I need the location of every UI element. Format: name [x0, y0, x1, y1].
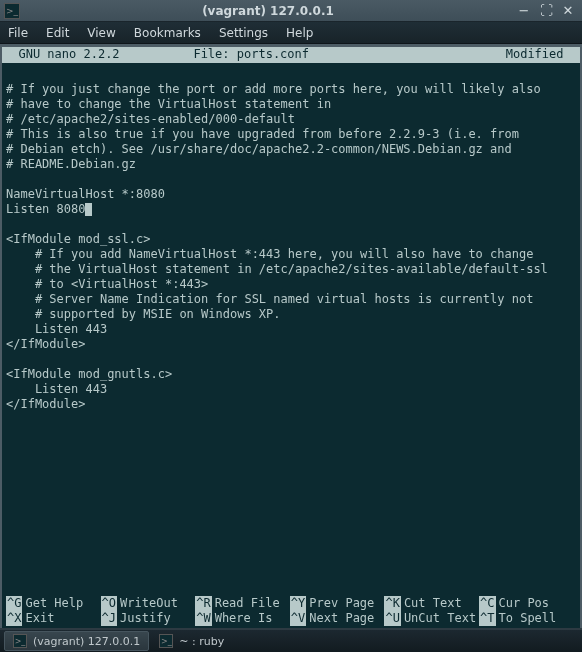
shortcut-label: Get Help [25, 596, 83, 611]
text-cursor [85, 203, 92, 216]
terminal-frame: GNU nano 2.2.2 File: ports.conf Modified… [0, 44, 582, 628]
shortcut-label: Justify [120, 611, 171, 626]
nano-version: GNU nano 2.2.2 [4, 47, 193, 63]
shortcut-item: ^OWriteOut [101, 596, 196, 611]
shortcut-label: UnCut Text [404, 611, 476, 626]
editor-area[interactable]: # If you just change the port or add mor… [2, 63, 580, 596]
menu-help[interactable]: Help [286, 26, 313, 40]
nano-shortcuts: ^GGet Help^OWriteOut^RRead File^YPrev Pa… [2, 596, 580, 628]
shortcut-label: Where Is [215, 611, 273, 626]
window-controls: − ⛶ ✕ [516, 3, 576, 19]
shortcut-key: ^V [290, 611, 306, 626]
shortcut-label: Prev Page [309, 596, 374, 611]
shortcut-item: ^RRead File [195, 596, 290, 611]
taskbar-label: ~ : ruby [179, 635, 224, 648]
shortcut-label: Cut Text [404, 596, 462, 611]
shortcut-key: ^K [384, 596, 400, 611]
shortcut-item: ^JJustify [101, 611, 196, 626]
maximize-button[interactable]: ⛶ [538, 3, 554, 19]
nano-status: Modified [389, 47, 578, 63]
shortcut-key: ^O [101, 596, 117, 611]
shortcut-key: ^Y [290, 596, 306, 611]
shortcut-item: ^TTo Spell [479, 611, 574, 626]
shortcut-label: Next Page [309, 611, 374, 626]
shortcut-key: ^G [6, 596, 22, 611]
taskbar-label: (vagrant) 127.0.0.1 [33, 635, 140, 648]
shortcut-key: ^T [479, 611, 495, 626]
terminal-icon: >_ [159, 634, 173, 648]
shortcut-label: To Spell [499, 611, 557, 626]
menu-bookmarks[interactable]: Bookmarks [134, 26, 201, 40]
shortcut-label: Read File [215, 596, 280, 611]
nano-filename: File: ports.conf [193, 47, 388, 63]
shortcut-item: ^UUnCut Text [384, 611, 479, 626]
minimize-button[interactable]: − [516, 3, 532, 19]
menu-view[interactable]: View [87, 26, 115, 40]
shortcut-item: ^CCur Pos [479, 596, 574, 611]
window-titlebar: >_ (vagrant) 127.0.0.1 − ⛶ ✕ [0, 0, 582, 22]
shortcut-item: ^YPrev Page [290, 596, 385, 611]
shortcut-item: ^WWhere Is [195, 611, 290, 626]
menu-bar: File Edit View Bookmarks Settings Help [0, 22, 582, 44]
shortcut-item: ^XExit [6, 611, 101, 626]
terminal-icon: >_ [13, 634, 27, 648]
taskbar-item[interactable]: >_(vagrant) 127.0.0.1 [4, 631, 149, 651]
shortcut-item: ^KCut Text [384, 596, 479, 611]
shortcut-key: ^U [384, 611, 400, 626]
taskbar-item[interactable]: >_~ : ruby [151, 631, 232, 651]
shortcut-key: ^X [6, 611, 22, 626]
taskbar: >_(vagrant) 127.0.0.1>_~ : ruby [0, 628, 582, 652]
shortcut-label: Exit [25, 611, 54, 626]
shortcut-key: ^R [195, 596, 211, 611]
shortcut-item: ^GGet Help [6, 596, 101, 611]
shortcut-key: ^J [101, 611, 117, 626]
app-icon: >_ [4, 3, 20, 19]
window-title: (vagrant) 127.0.0.1 [20, 4, 516, 18]
shortcut-label: WriteOut [120, 596, 178, 611]
shortcut-key: ^C [479, 596, 495, 611]
shortcut-item: ^VNext Page [290, 611, 385, 626]
menu-file[interactable]: File [8, 26, 28, 40]
nano-header: GNU nano 2.2.2 File: ports.conf Modified [2, 47, 580, 63]
menu-settings[interactable]: Settings [219, 26, 268, 40]
close-button[interactable]: ✕ [560, 3, 576, 19]
menu-edit[interactable]: Edit [46, 26, 69, 40]
shortcut-key: ^W [195, 611, 211, 626]
shortcut-label: Cur Pos [499, 596, 550, 611]
